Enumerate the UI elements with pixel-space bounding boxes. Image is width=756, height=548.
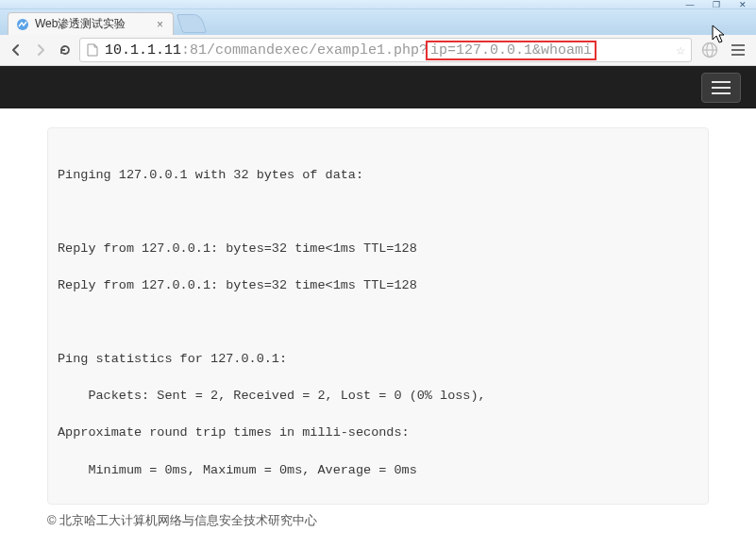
tab-title: Web渗透测试实验 — [35, 16, 155, 32]
url-highlighted-query: ip=127.0.0.1&whoami — [426, 41, 596, 60]
globe-icon[interactable] — [699, 40, 720, 60]
tab-favicon-icon — [16, 18, 29, 31]
browser-tab[interactable]: Web渗透测试实验 × — [8, 12, 174, 35]
back-button[interactable] — [6, 40, 26, 60]
browser-tabstrip: Web渗透测试实验 × — [0, 9, 756, 35]
site-navbar — [0, 66, 756, 108]
tab-close-button[interactable]: × — [155, 18, 165, 31]
page-footer: © 北京哈工大计算机网络与信息安全技术研究中心 — [47, 512, 709, 529]
window-controls: — ❐ ✕ — [677, 0, 756, 9]
chrome-menu-button[interactable] — [728, 40, 748, 60]
browser-toolbar: 10.1.1.11:81/commandexec/example1.php?ip… — [0, 35, 756, 66]
url-path: :81/commandexec/example1.php? — [181, 42, 428, 58]
window-minimize-button[interactable]: — — [677, 0, 703, 9]
forward-button[interactable] — [30, 40, 51, 60]
url-text: 10.1.1.11:81/commandexec/example1.php?ip… — [105, 41, 596, 60]
page-viewport[interactable]: Pinging 127.0.0.1 with 32 bytes of data:… — [0, 66, 756, 548]
page-content: Pinging 127.0.0.1 with 32 bytes of data:… — [0, 127, 756, 529]
new-tab-button[interactable] — [176, 14, 207, 33]
address-bar[interactable]: 10.1.1.11:81/commandexec/example1.php?ip… — [79, 38, 692, 62]
window-close-button[interactable]: ✕ — [730, 0, 756, 9]
window-titlebar: — ❐ ✕ — [0, 0, 756, 9]
reload-button[interactable] — [55, 40, 76, 60]
page-icon — [86, 43, 99, 57]
site-menu-button[interactable] — [701, 73, 741, 103]
url-host: 10.1.1.11 — [105, 42, 181, 58]
window-maximize-button[interactable]: ❐ — [703, 0, 730, 9]
bookmark-star-icon[interactable]: ☆ — [676, 41, 685, 59]
command-output: Pinging 127.0.0.1 with 32 bytes of data:… — [47, 127, 709, 505]
